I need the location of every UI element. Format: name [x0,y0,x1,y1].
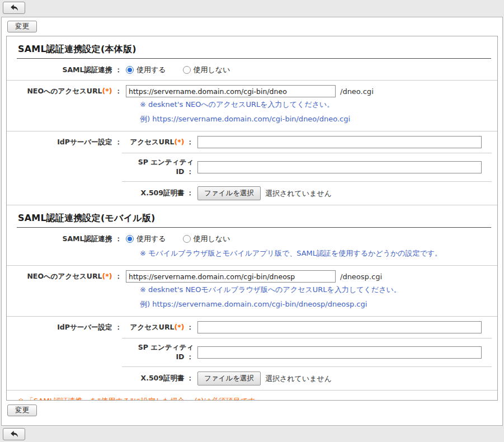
idp-sp-entity-label: SP エンティティID： [122,343,194,362]
neo-url-label: NEOへのアクセスURL(*)： [7,85,122,96]
idp-cert-label: X.509証明書： [122,189,194,198]
idp-sp-entity-input[interactable] [197,161,482,173]
row-saml-toggle: SAML認証連携： 使用する 使用しない [7,59,497,81]
section-main-title: SAML認証連携設定(本体版) [7,36,497,58]
neo-url-note1: ※ desknet's NEOへのアクセスURLを入力してください。 [126,97,497,112]
idp-cert-row: X.509証明書： ファイルを選択 選択されていません [122,182,492,205]
top-toolbar [0,0,504,17]
neo-url-input[interactable] [126,85,336,97]
neo-url-note2: 例) https://servername.domain.com/cgi-bin… [126,297,497,312]
idp-access-url-label: アクセスURL(*)： [122,323,194,332]
radio-use-label: 使用する [136,65,166,75]
idp-sp-entity-row: SP エンティティID： [122,153,492,182]
idp-settings-label: IdPサーバー設定： [7,131,122,147]
radio-use[interactable]: 使用する [126,65,166,75]
neo-url-input-mobile[interactable] [126,270,336,283]
saml-toggle-label: SAML認証連携： [7,64,122,75]
back-arrow-icon [10,430,19,439]
radio-unchecked-icon[interactable] [183,66,191,74]
back-button-bottom[interactable] [3,428,25,440]
idp-sp-entity-input-mobile[interactable] [197,346,482,359]
required-mark: (*) [102,272,112,280]
radio-use-label: 使用する [136,234,166,244]
idp-access-url-input-mobile[interactable] [197,321,482,333]
back-arrow-icon [10,3,19,12]
radio-use-mobile[interactable]: 使用する [126,234,166,244]
saml-settings-panel: SAML認証連携設定(本体版) SAML認証連携： 使用する 使用 [6,36,498,401]
row-idp-settings-mobile: IdPサーバー設定： アクセスURL(*)： SP エンティティID： [7,317,497,391]
neo-url-suffix: /dneo.cgi [340,87,374,96]
required-mark: (*) [102,87,112,95]
radio-not-use-label: 使用しない [194,234,230,244]
section-main: SAML認証連携設定(本体版) SAML認証連携： 使用する 使用 [7,36,497,205]
radio-not-use-mobile[interactable]: 使用しない [183,234,230,244]
idp-access-url-row: アクセスURL(*)： [122,317,492,338]
row-neo-url: NEOへのアクセスURL(*)： /dneo.cgi ※ desknet's N… [7,81,497,131]
neo-url-note2: 例) https://servername.domain.com/cgi-bin… [126,112,497,126]
neo-url-label: NEOへのアクセスURL(*)： [7,270,122,281]
idp-sp-entity-label: SP エンティティID： [122,158,194,177]
idp-access-url-row: アクセスURL(*)： [122,131,492,153]
form-container: 変更 SAML認証連携設定(本体版) SAML認証連携： 使用する [1,17,503,426]
row-neo-url-mobile: NEOへのアクセスURL(*)： /dneosp.cgi ※ desknet's… [7,266,497,317]
idp-cert-label: X.509証明書： [122,374,194,383]
change-button-bottom[interactable]: 変更 [7,405,37,416]
change-button-top[interactable]: 変更 [7,21,37,32]
idp-sp-entity-row: SP エンティティID： [122,338,492,367]
section-mobile: SAML認証連携設定(モバイル版) SAML認証連携： 使用する 使用しない [7,205,497,391]
row-saml-toggle-mobile: SAML認証連携： 使用する 使用しない ※ モバイルブラウザ版とモバイルアプリ [7,228,497,266]
radio-not-use-label: 使用しない [194,65,230,75]
saml-toggle-note-mobile: ※ モバイルブラウザ版とモバイルアプリ版で、SAML認証を使用するかどうかの設定… [126,244,497,260]
radio-unchecked-icon[interactable] [183,235,191,243]
idp-access-url-input[interactable] [197,136,482,148]
neo-url-note1: ※ desknet's NEOモバイルブラウザ版へのアクセスURLを入力してくだ… [126,283,497,297]
radio-not-use[interactable]: 使用しない [183,65,230,75]
radio-checked-icon[interactable] [126,235,134,243]
file-select-status: 選択されていません [265,374,332,384]
neo-url-suffix: /dneosp.cgi [340,272,382,281]
idp-access-url-label: アクセスURL(*)： [122,138,194,147]
file-select-status: 選択されていません [265,189,332,199]
back-button[interactable] [3,2,25,14]
saml-toggle-label: SAML認証連携： [7,233,122,244]
idp-cert-row: X.509証明書： ファイルを選択 選択されていません [122,367,492,390]
section-mobile-title: SAML認証連携設定(モバイル版) [7,205,497,227]
row-idp-settings: IdPサーバー設定： アクセスURL(*)： SP エンティティID： [7,131,497,205]
required-fields-note: ※ 「SAML認証連携」を"使用する"に設定した場合、 (*)は必須項目です。 [7,391,497,401]
radio-checked-icon[interactable] [126,66,134,74]
file-select-button-mobile[interactable]: ファイルを選択 [197,372,261,385]
bottom-toolbar [0,426,504,442]
idp-settings-label: IdPサーバー設定： [7,317,122,332]
file-select-button[interactable]: ファイルを選択 [197,186,261,200]
